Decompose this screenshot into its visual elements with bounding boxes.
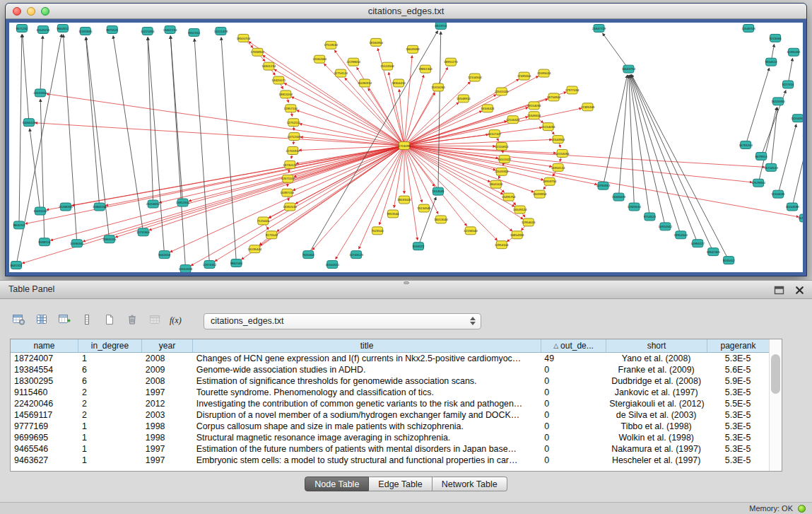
- network-node[interactable]: 22041024: [495, 88, 509, 95]
- network-node[interactable]: 16942305: [706, 248, 720, 256]
- network-node[interactable]: 15134545: [417, 204, 431, 212]
- show-columns-button[interactable]: [33, 312, 51, 330]
- function-builder-button[interactable]: f(x): [168, 312, 187, 330]
- network-node[interactable]: 22705914: [286, 147, 300, 155]
- table-row[interactable]: 946362711997Embryonic stem cells: a mode…: [11, 455, 769, 466]
- network-node[interactable]: 18730127: [283, 160, 298, 168]
- network-node[interactable]: 12374312: [203, 261, 217, 269]
- network-node[interactable]: 12754124: [334, 69, 348, 77]
- network-node[interactable]: 16549124: [513, 206, 527, 214]
- network-node[interactable]: 22298654: [346, 58, 360, 66]
- network-node[interactable]: 15905155: [102, 235, 117, 243]
- network-node[interactable]: 16344320: [325, 261, 339, 269]
- network-node[interactable]: 22060584: [312, 55, 326, 63]
- network-node[interactable]: 16724519: [764, 163, 778, 171]
- network-node[interactable]: 25268355: [59, 203, 73, 211]
- network-node[interactable]: 7625404: [302, 251, 315, 259]
- network-node[interactable]: 10154094: [555, 149, 570, 157]
- network-node[interactable]: 16195444: [248, 245, 262, 253]
- row-height-button[interactable]: [78, 312, 96, 330]
- network-node[interactable]: 12110814: [495, 143, 509, 151]
- network-node[interactable]: 12194544: [464, 227, 478, 235]
- network-node[interactable]: 12104504: [468, 74, 482, 81]
- table-vertical-scrollbar[interactable]: [769, 339, 782, 471]
- table-row[interactable]: 1938455462009Genome-wide association stu…: [11, 364, 769, 375]
- network-node[interactable]: 15316264: [431, 83, 445, 91]
- table-row[interactable]: 1872400712008Changes of HCN gene express…: [11, 353, 769, 364]
- network-node[interactable]: 17485309: [581, 103, 595, 111]
- network-node[interactable]: 10790913: [596, 182, 611, 189]
- network-node[interactable]: 16106424: [481, 105, 495, 112]
- network-node[interactable]: 18914504: [674, 231, 688, 239]
- network-node[interactable]: 10066128: [22, 119, 36, 127]
- float-panel-icon[interactable]: [773, 285, 784, 295]
- column-header-name[interactable]: name: [11, 339, 78, 352]
- network-node[interactable]: 15508914: [457, 95, 471, 103]
- network-node[interactable]: 16510558: [179, 265, 193, 272]
- tab-node-table[interactable]: Node Table: [305, 477, 369, 491]
- network-node[interactable]: 16093954: [533, 190, 547, 198]
- create-column-button[interactable]: [55, 312, 73, 330]
- network-node[interactable]: 16772301: [798, 214, 803, 222]
- network-node[interactable]: 12954104: [495, 241, 509, 249]
- network-node[interactable]: 20090914: [358, 79, 372, 87]
- network-canvas[interactable]: 9571232105452319664312113318459875521102…: [9, 23, 803, 272]
- network-node[interactable]: 9862145: [230, 259, 243, 267]
- network-node[interactable]: 8813704: [435, 23, 447, 29]
- network-node[interactable]: 16791204: [739, 141, 753, 149]
- zoom-window-button[interactable]: [41, 7, 49, 16]
- network-node[interactable]: 18304414: [392, 79, 406, 87]
- network-node[interactable]: 10545231: [36, 25, 50, 33]
- table-row[interactable]: 977716911998Corpus callosum shape and si…: [11, 421, 769, 432]
- network-node[interactable]: 15667234: [163, 25, 177, 33]
- network-node[interactable]: 17977434: [565, 86, 579, 94]
- column-header-short[interactable]: short: [606, 339, 707, 352]
- network-node[interactable]: 11731804: [136, 228, 151, 236]
- network-node[interactable]: 9552314: [188, 28, 201, 36]
- network-node[interactable]: 18754904: [547, 93, 561, 101]
- network-node[interactable]: 15495754: [502, 193, 516, 201]
- network-node[interactable]: 9664312: [57, 24, 69, 32]
- network-node[interactable]: 10914562: [659, 223, 673, 230]
- network-node[interactable]: 12857104: [284, 105, 298, 112]
- network-node[interactable]: 18500704: [237, 34, 251, 42]
- network-node[interactable]: 12204913: [791, 115, 803, 122]
- network-node[interactable]: 16801234: [262, 62, 276, 70]
- network-node[interactable]: 26206552: [146, 200, 160, 208]
- table-row[interactable]: 1830029562008Estimation of significance …: [11, 375, 769, 387]
- network-node[interactable]: 15812554: [176, 199, 190, 206]
- network-node[interactable]: 9173544: [266, 231, 278, 239]
- network-node[interactable]: 10390461: [787, 48, 801, 56]
- close-panel-icon[interactable]: [794, 285, 805, 295]
- network-node[interactable]: 18041624: [489, 180, 503, 188]
- network-node[interactable]: 9554624: [765, 58, 778, 66]
- network-node[interactable]: 11648404: [527, 112, 541, 119]
- network-node[interactable]: 10397153: [281, 189, 295, 197]
- network-node[interactable]: 15345678: [612, 193, 626, 201]
- network-node[interactable]: 7623544: [372, 227, 384, 235]
- close-window-button[interactable]: [13, 7, 21, 16]
- network-node[interactable]: 16954124: [551, 163, 565, 171]
- network-node[interactable]: 11929014: [628, 203, 642, 211]
- network-node[interactable]: 16221478: [214, 27, 228, 35]
- table-row[interactable]: 2242004622012Investigating the contribut…: [11, 398, 769, 409]
- network-node[interactable]: 9442054: [158, 251, 171, 259]
- network-node[interactable]: 17658902: [251, 48, 265, 56]
- column-header-pagerank[interactable]: pagerank: [707, 339, 770, 352]
- table-row[interactable]: 911546021997Tourette syndrome. Phenomeno…: [11, 387, 769, 398]
- network-node[interactable]: 14712345: [288, 133, 302, 141]
- network-node[interactable]: 14420071: [272, 76, 286, 84]
- column-header-in_degree[interactable]: in_degree: [78, 339, 142, 352]
- minimize-window-button[interactable]: [27, 7, 35, 16]
- network-node[interactable]: 9213066: [770, 34, 782, 42]
- network-node[interactable]: 20531904: [33, 89, 47, 97]
- table-row[interactable]: 946554611997Estimation of the future num…: [11, 443, 769, 455]
- network-node[interactable]: 19861304: [418, 65, 433, 73]
- network-node-hub[interactable]: 1724099: [398, 142, 411, 150]
- network-node[interactable]: 12752112: [287, 119, 301, 127]
- network-node[interactable]: 16107427: [488, 130, 502, 138]
- network-node[interactable]: 18813204: [279, 90, 293, 98]
- column-header-year[interactable]: year: [142, 339, 193, 352]
- network-node[interactable]: 9227414: [782, 81, 794, 88]
- network-node[interactable]: 9184572: [412, 243, 425, 250]
